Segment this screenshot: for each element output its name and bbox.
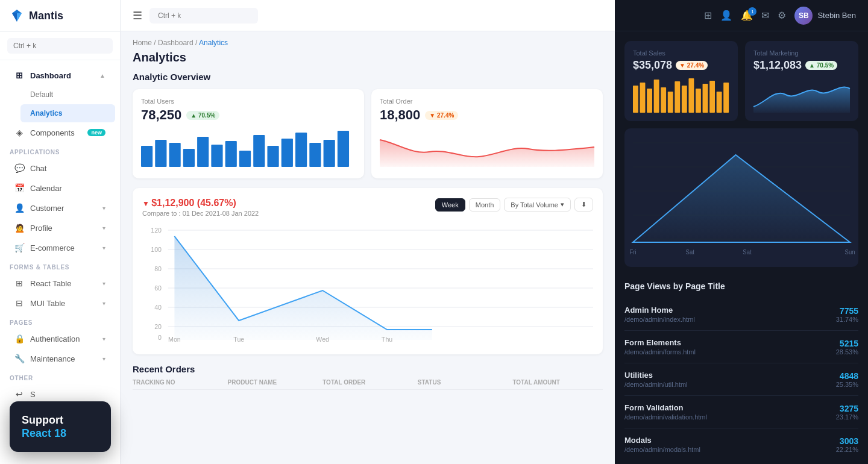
sidebar-item-authentication[interactable]: 🔒 Authentication ▾ [5, 329, 115, 348]
sidebar-item-components[interactable]: ◈ Components new [5, 123, 115, 142]
svg-rect-41 [696, 89, 701, 113]
header-light: ☰ [121, 0, 615, 31]
svg-rect-35 [654, 80, 659, 113]
sidebar-item-ecommerce[interactable]: 🛒 E-commerce ▾ [5, 238, 115, 257]
dashboard-icon: ⊞ [14, 71, 24, 80]
sidebar-item-mui-table[interactable]: ⊟ MUI Table ▾ [5, 293, 115, 313]
sidebar-item-default[interactable]: Default [20, 86, 115, 104]
svg-text:Mon: Mon [168, 336, 181, 343]
btn-week[interactable]: Week [435, 198, 465, 212]
income-compare: Compare to : 01 Dec 2021-08 Jan 2022 [142, 210, 259, 217]
sidebar-item-customer[interactable]: 👤 Customer ▾ [5, 198, 115, 218]
main-content: ☰ ⊞ 👤 🔔 1 ✉ ⚙ SB Stebin Ben Home / Dashb… [121, 0, 868, 464]
user-avatar-area[interactable]: SB Stebin Ben [794, 7, 856, 25]
sidebar-logo[interactable]: Mantis [0, 0, 120, 32]
chevron-down-icon: ▾ [102, 225, 105, 231]
light-panel: Home / Dashboard / Analytics Analytics A… [121, 31, 615, 464]
chevron-down-icon: ▾ [102, 300, 105, 307]
sidebar-item-profile[interactable]: 🙍 Profile ▾ [5, 218, 115, 237]
page-view-stats-4: 3003 22.21% [836, 436, 858, 453]
svg-rect-34 [647, 89, 652, 113]
search-input[interactable] [7, 38, 113, 54]
page-view-url-1: /demo/admin/forms.html [624, 348, 836, 356]
svg-text:Fri: Fri [629, 249, 636, 256]
page-view-stats-3: 3275 23.17% [836, 404, 858, 421]
svg-text:Wed: Wed [316, 336, 329, 343]
svg-rect-3 [183, 149, 195, 167]
chevron-up-icon: ▲ [99, 72, 105, 79]
btn-volume[interactable]: By Total Volume ▾ [504, 198, 571, 212]
user-name: Stebin Ben [817, 11, 856, 20]
dark-income-chart: Fri Sat Sat Sun [615, 128, 868, 272]
section-pages: Pages [0, 313, 120, 328]
sidebar-item-calendar[interactable]: 📅 Calendar [5, 178, 115, 198]
mail-icon[interactable]: ✉ [761, 10, 769, 21]
dark-panel: Total Sales $35,078 ▼ 27.4% [615, 31, 868, 464]
stat-value-orders: 18,800 27.4% [380, 107, 594, 123]
support-popup[interactable]: Support React 18 [10, 401, 111, 452]
chevron-down-icon: ▾ [102, 245, 105, 251]
page-view-percent-2: 25.35% [836, 381, 858, 388]
header-search-input[interactable] [149, 8, 258, 24]
col-total-order: TOTAL ORDER [322, 379, 413, 386]
user-icon[interactable]: 👤 [720, 10, 732, 21]
sidebar-item-dashboard[interactable]: ⊞ Dashboard ▲ [5, 66, 115, 85]
stat-badge-orders: 27.4% [425, 111, 458, 120]
new-badge: new [87, 129, 105, 136]
stat-label-sales: Total Sales [633, 49, 729, 57]
settings-icon[interactable]: ⚙ [778, 10, 786, 21]
income-chart: 120 100 80 60 40 20 0 Mon Tu [142, 224, 593, 345]
svg-text:20: 20 [154, 324, 162, 330]
breadcrumb-dashboard[interactable]: Dashboard [158, 39, 193, 47]
calendar-icon: 📅 [14, 183, 24, 193]
notification-icon[interactable]: 🔔 1 [741, 10, 753, 21]
dashboard-submenu: Default Analytics [16, 86, 120, 122]
sidebar-item-analytics[interactable]: Analytics [20, 104, 115, 122]
col-tracking: TRACKING NO [133, 379, 223, 386]
btn-download[interactable]: ⬇ [574, 198, 593, 212]
svg-rect-11 [295, 133, 307, 167]
badge-sales: ▼ 27.4% [676, 61, 708, 70]
svg-rect-6 [225, 141, 237, 167]
page-view-stats-1: 5215 28.53% [836, 339, 858, 356]
breadcrumb-home[interactable]: Home [133, 39, 152, 47]
sidebar-item-maintenance[interactable]: 🔧 Maintenance ▾ [5, 349, 115, 368]
chevron-down-icon: ▾ [102, 205, 105, 212]
menu-toggle-icon[interactable]: ☰ [133, 9, 142, 22]
col-amount: TOTAL AMOUNT [512, 379, 603, 386]
page-view-url-0: /demo/admin/index.html [624, 316, 836, 323]
svg-rect-37 [668, 92, 673, 113]
page-view-url-3: /demo/admin/validation.html [624, 413, 836, 421]
chevron-down-icon: ▾ [102, 336, 105, 342]
marketing-chart [753, 77, 850, 113]
svg-rect-8 [253, 135, 265, 167]
analytic-overview-title: Analytic Overview [121, 72, 615, 89]
stat-label-users: Total Users [141, 98, 356, 105]
stat-card-sales: Total Sales $35,078 ▼ 27.4% [624, 41, 738, 121]
breadcrumb-current: Analytics [199, 39, 228, 47]
btn-month[interactable]: Month [469, 198, 501, 212]
sidebar-item-chat[interactable]: 💬 Chat [5, 158, 115, 178]
stat-label-orders: Total Order [380, 98, 594, 105]
section-applications: Applications [0, 143, 120, 158]
page-view-name-1: Form Elements [624, 338, 836, 347]
page-view-info-1: Form Elements /demo/admin/forms.html [624, 338, 836, 356]
sales-chart [633, 77, 729, 113]
stat-value-marketing: $1,12,083 ▲ 70.5% [753, 59, 850, 72]
sidebar-item-react-table[interactable]: ⊞ React Table ▾ [5, 274, 115, 293]
sample-label: S [30, 390, 36, 399]
stat-card-users: Total Users 78,250 70.5% [133, 89, 364, 178]
apps-icon[interactable]: ⊞ [704, 10, 712, 21]
svg-rect-44 [717, 92, 722, 113]
page-view-name-4: Modals [624, 436, 836, 445]
page-view-item-4: Modals /demo/admin/modals.html 3003 22.2… [624, 428, 858, 460]
page-view-info-4: Modals /demo/admin/modals.html [624, 436, 836, 453]
stat-label-marketing: Total Marketing [753, 49, 850, 57]
sample-icon: ↩ [14, 389, 24, 399]
ecommerce-icon: 🛒 [14, 243, 24, 252]
table-icon: ⊞ [14, 278, 24, 288]
income-info: $1,12,900 (45.67%) Compare to : 01 Dec 2… [142, 198, 259, 217]
table-header: TRACKING NO PRODUCT NAME TOTAL ORDER STA… [133, 379, 603, 390]
svg-rect-0 [141, 146, 153, 167]
components-icon: ◈ [14, 128, 24, 137]
